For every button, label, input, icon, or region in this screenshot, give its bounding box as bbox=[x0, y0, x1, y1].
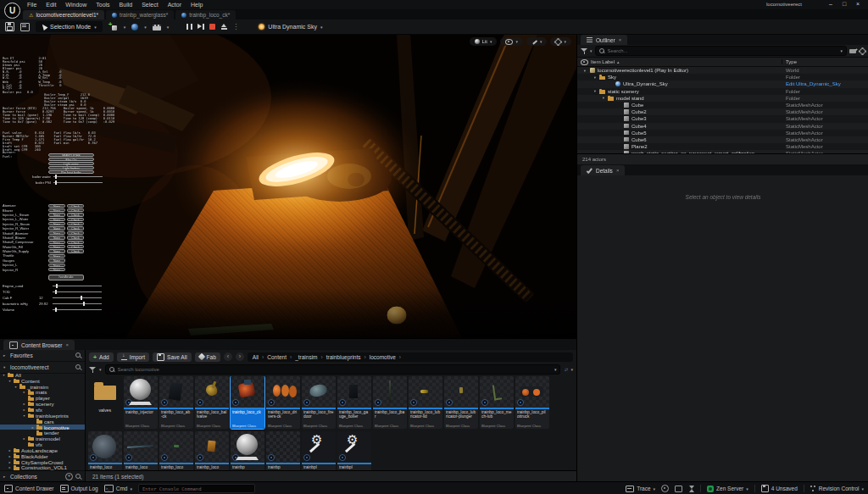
asset-tile[interactable]: ★ trainbp_loco_lubricator-lid Blueprint … bbox=[409, 376, 442, 429]
outliner-search-box[interactable]: ▾ bbox=[595, 46, 847, 56]
debug-button[interactable]: Light firebox bbox=[48, 166, 94, 169]
expand-arrow-icon[interactable] bbox=[22, 408, 26, 412]
asset-tile[interactable]: ★ trainbp_loco_ck Blueprint Class bbox=[231, 376, 264, 429]
folder-tree-item[interactable]: All bbox=[0, 372, 85, 378]
filter-icon[interactable] bbox=[581, 47, 587, 54]
expand-arrow-icon[interactable] bbox=[14, 385, 18, 389]
toggle-button-1[interactable]: None bbox=[48, 231, 65, 235]
unsaved-button[interactable]: 4 Unsaved bbox=[761, 485, 798, 492]
toggle-button-1[interactable]: None bbox=[48, 245, 65, 248]
outliner-row[interactable]: Sky Folder bbox=[577, 74, 868, 80]
outliner-row[interactable]: mesh_static_seating_on_pavement_export_c… bbox=[577, 150, 868, 153]
search-icon[interactable] bbox=[75, 474, 81, 480]
breadcrumb-segment[interactable]: Content bbox=[267, 354, 295, 360]
expand-arrow-icon[interactable] bbox=[22, 414, 26, 418]
maximize-button[interactable]: □ bbox=[837, 0, 851, 9]
expand-arrow-icon[interactable] bbox=[593, 89, 598, 93]
toggle-button-2[interactable]: Check bbox=[67, 231, 84, 235]
asset-tile[interactable]: ★ trainbp_loco bbox=[124, 431, 158, 471]
tab-details[interactable]: Details × bbox=[581, 165, 625, 175]
toggle-button-1[interactable]: None bbox=[48, 268, 65, 271]
slider-track[interactable] bbox=[53, 309, 102, 310]
console-command-input[interactable] bbox=[138, 484, 255, 493]
close-icon[interactable]: × bbox=[65, 342, 69, 347]
create-folder-icon[interactable] bbox=[849, 48, 857, 54]
outliner-row[interactable]: Cube2 StaticMeshActor bbox=[577, 108, 868, 115]
slider-track[interactable] bbox=[53, 176, 103, 177]
filter-icon[interactable] bbox=[89, 366, 96, 373]
toggle-button-1[interactable]: None bbox=[48, 264, 65, 267]
toggle-button-2[interactable]: Check bbox=[67, 218, 84, 221]
toggle-button-2[interactable]: Check bbox=[67, 241, 84, 244]
toggle-button-1[interactable]: None bbox=[48, 208, 65, 212]
outliner-row[interactable]: Cube6 StaticMeshActor bbox=[577, 136, 868, 143]
toggle-button-1[interactable]: None bbox=[48, 204, 65, 208]
toggle-button-1[interactable]: None bbox=[48, 241, 65, 244]
toggle-button-2[interactable]: Check bbox=[67, 208, 84, 212]
revision-control-dropdown[interactable]: Revision Control ▾ bbox=[810, 486, 864, 492]
expand-arrow-icon[interactable] bbox=[8, 448, 12, 452]
outliner-row[interactable]: Cube4 StaticMeshActor bbox=[577, 123, 868, 130]
add-collection-icon[interactable]: + bbox=[65, 473, 73, 480]
slider-track[interactable] bbox=[53, 182, 103, 183]
viewport-settings-dropdown[interactable]: ▾ bbox=[550, 37, 571, 46]
frame-skip-button[interactable] bbox=[198, 24, 204, 30]
collections-section[interactable]: ▸ Collections + bbox=[0, 470, 85, 482]
toggle-button-1[interactable]: None bbox=[48, 249, 65, 253]
folder-tree-item[interactable]: cars bbox=[0, 419, 85, 425]
toggle-button-1[interactable]: None bbox=[48, 254, 65, 258]
breadcrumb-segment[interactable]: locomotive bbox=[370, 354, 404, 360]
content-drawer-button[interactable]: Content Drawer bbox=[4, 485, 54, 492]
asset-tile[interactable]: ★ trainbp_loco_pilottruck Blueprint Clas… bbox=[515, 376, 549, 429]
breadcrumb[interactable]: AllContent_trainsimtrainblueprintslocomo… bbox=[248, 352, 573, 362]
toggle-button-1[interactable]: None bbox=[48, 213, 65, 216]
stop-button[interactable] bbox=[209, 24, 215, 30]
trace-dropdown[interactable]: Trace ▾ bbox=[626, 486, 655, 492]
asset-tile[interactable]: ★ trainbp_loco_lubricator-plunger Bluepr… bbox=[444, 376, 478, 429]
asset-tile[interactable]: ★ trainbp_loco_firedoor Blueprint Class bbox=[302, 376, 336, 429]
slider-track[interactable] bbox=[53, 297, 102, 298]
expand-arrow-icon[interactable] bbox=[582, 69, 587, 73]
close-icon[interactable]: × bbox=[616, 168, 620, 173]
menu-item[interactable]: File bbox=[27, 2, 36, 8]
outliner-row[interactable]: Cube5 StaticMeshActor bbox=[577, 130, 868, 136]
menu-item[interactable]: Tools bbox=[96, 2, 109, 8]
slider-track[interactable] bbox=[53, 286, 102, 286]
cinematics-icon[interactable] bbox=[153, 25, 161, 31]
import-button[interactable]: Import bbox=[117, 352, 149, 362]
slider-thumb[interactable] bbox=[81, 296, 82, 300]
asset-tile[interactable]: ★ trainbp_loco_ballvalve Blueprint Class bbox=[195, 376, 229, 429]
toggle-button-2[interactable]: Check bbox=[67, 245, 84, 248]
folder-tree-item[interactable]: trainblueprints bbox=[0, 413, 85, 419]
slider-thumb[interactable] bbox=[55, 308, 57, 312]
menu-item[interactable]: Select bbox=[142, 2, 158, 8]
content-search-box[interactable]: ▾ bbox=[105, 364, 561, 375]
tab-outliner[interactable]: Outliner × bbox=[581, 35, 627, 45]
asset-tile[interactable]: ★ trainbp_loco_ab-ck Blueprint Class bbox=[159, 376, 193, 429]
asset-tile[interactable]: ★ trainbp_loco bbox=[159, 431, 193, 471]
sort-icon[interactable]: ↓↑ bbox=[564, 367, 567, 372]
editor-tab[interactable]: trainbp_loco_ck* bbox=[175, 10, 236, 19]
toggle-button-1[interactable]: None bbox=[48, 226, 65, 230]
source-control-icon[interactable] bbox=[20, 23, 30, 31]
toggle-button-2[interactable]: Check bbox=[67, 226, 84, 230]
expand-arrow-icon[interactable] bbox=[22, 390, 26, 394]
asset-tile[interactable]: ★ valves bbox=[88, 376, 122, 429]
slider-thumb[interactable] bbox=[55, 180, 57, 185]
breadcrumb-segment[interactable]: _trainsim bbox=[295, 354, 326, 360]
toggle-button-2[interactable]: Check bbox=[67, 236, 84, 239]
folder-tree-item[interactable]: trainmodel bbox=[0, 436, 85, 441]
toggle-button-1[interactable]: None bbox=[48, 236, 65, 239]
visibility-column-icon[interactable] bbox=[581, 59, 588, 65]
close-icon[interactable]: × bbox=[619, 37, 622, 42]
toggle-button-2[interactable]: Check bbox=[67, 222, 84, 225]
asset-tile[interactable]: ★ trainbp bbox=[266, 431, 300, 471]
editor-tab[interactable]: locomotiveerectionlevel1* bbox=[23, 10, 104, 19]
asset-tile[interactable]: ★ trainbp_loco_mech-lub Blueprint Class bbox=[480, 376, 514, 429]
cmd-dropdown[interactable]: Cmd ▾ bbox=[104, 485, 132, 492]
minimize-button[interactable]: – bbox=[824, 0, 837, 9]
gear-icon[interactable] bbox=[860, 48, 865, 54]
slider-thumb[interactable] bbox=[55, 175, 57, 179]
menu-item[interactable]: Actor bbox=[168, 2, 181, 8]
debug-button[interactable]: MMBTU/OFF bbox=[48, 153, 94, 157]
